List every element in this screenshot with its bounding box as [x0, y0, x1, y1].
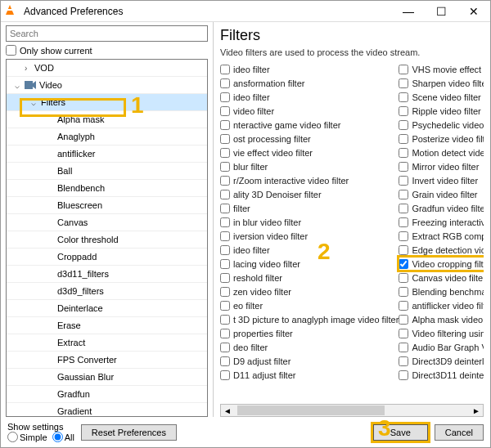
- search-input[interactable]: [6, 25, 208, 42]
- tree-item-filters[interactable]: ⌵Filters: [7, 94, 207, 111]
- filter-checkbox[interactable]: [220, 356, 230, 366]
- filter-checkbox-row[interactable]: Scene video filter: [399, 90, 484, 104]
- maximize-button[interactable]: ☐: [425, 1, 457, 22]
- horizontal-scrollbar[interactable]: ◄ ►: [220, 404, 484, 417]
- cancel-button[interactable]: Cancel: [435, 424, 484, 441]
- tree-item-antiflicker[interactable]: antiflicker: [7, 146, 207, 163]
- filter-checkbox-row[interactable]: ideo filter: [220, 90, 399, 104]
- filter-checkbox-row[interactable]: video filter: [220, 104, 399, 118]
- filter-checkbox[interactable]: [220, 204, 230, 213]
- filter-checkbox[interactable]: [399, 370, 408, 380]
- reset-preferences-button[interactable]: Reset Preferences: [81, 424, 177, 441]
- scroll-thumb[interactable]: [237, 405, 385, 415]
- filter-checkbox-row[interactable]: Video filtering using a chain of video f…: [399, 326, 484, 340]
- filter-checkbox-row[interactable]: Mirror video filter: [399, 159, 484, 173]
- filter-checkbox[interactable]: [220, 162, 230, 172]
- filter-checkbox[interactable]: [220, 259, 230, 269]
- tree-item-d3d11-filters[interactable]: d3d11_filters: [7, 266, 207, 283]
- filter-checkbox-row[interactable]: antiflicker video filter: [399, 298, 484, 312]
- filter-checkbox[interactable]: [220, 78, 230, 88]
- tree-item-d3d9-filters[interactable]: d3d9_filters: [7, 283, 207, 300]
- filter-checkbox[interactable]: [399, 273, 408, 283]
- filter-checkbox[interactable]: [399, 315, 408, 325]
- filter-checkbox[interactable]: [220, 287, 230, 297]
- minimize-button[interactable]: —: [392, 1, 425, 22]
- scroll-left-arrow[interactable]: ◄: [221, 405, 234, 416]
- filter-checkbox-row[interactable]: Canvas video filter: [399, 271, 484, 284]
- filter-checkbox-row[interactable]: iversion video filter: [220, 229, 399, 243]
- filter-checkbox-row[interactable]: D11 adjust filter: [220, 368, 399, 382]
- filter-checkbox-row[interactable]: ideo filter: [220, 62, 399, 76]
- tree-item-deinterlace[interactable]: Deinterlace: [7, 300, 207, 317]
- filter-checkbox[interactable]: [220, 343, 230, 352]
- filter-checkbox[interactable]: [220, 273, 230, 283]
- filter-checkbox[interactable]: [220, 370, 230, 380]
- filter-checkbox-row[interactable]: Freezing interactive video filter: [399, 215, 484, 229]
- filter-checkbox[interactable]: [399, 356, 408, 366]
- filter-checkbox-row[interactable]: VHS movie effect video filter: [399, 62, 484, 76]
- filter-checkbox-row[interactable]: r/Zoom interactive video filter: [220, 173, 399, 187]
- filter-checkbox-row[interactable]: Posterize video filter: [399, 132, 484, 146]
- tree-item-erase[interactable]: Erase: [7, 317, 207, 334]
- close-button[interactable]: ✕: [457, 1, 490, 22]
- tree-item-anaglyph[interactable]: Anaglyph: [7, 128, 207, 146]
- filter-checkbox-row[interactable]: Video cropping filter: [399, 257, 484, 271]
- tree-item-canvas[interactable]: Canvas: [7, 214, 207, 231]
- filter-checkbox-row[interactable]: ost processing filter: [220, 132, 399, 146]
- tree-item-vod[interactable]: ›VOD: [7, 60, 207, 77]
- filter-checkbox-row[interactable]: in blur video filter: [220, 215, 399, 229]
- filter-checkbox[interactable]: [399, 259, 408, 269]
- filter-checkbox-row[interactable]: Audio Bar Graph Video sub source: [399, 340, 484, 354]
- filter-checkbox-row[interactable]: Sharpen video filter: [399, 76, 484, 90]
- filter-checkbox-row[interactable]: Grain video filter: [399, 187, 484, 201]
- filter-checkbox[interactable]: [399, 329, 408, 338]
- filter-checkbox[interactable]: [399, 217, 408, 227]
- filter-checkbox-row[interactable]: Blending benchmark filter: [399, 284, 484, 298]
- filter-checkbox[interactable]: [220, 315, 230, 325]
- filter-checkbox-row[interactable]: ansformation filter: [220, 76, 399, 90]
- radio-all[interactable]: All: [52, 432, 74, 442]
- filter-checkbox-row[interactable]: Direct3D11 deinterlace filter: [399, 368, 484, 382]
- tree-arrow-icon[interactable]: ⌵: [31, 98, 41, 107]
- filter-checkbox[interactable]: [399, 106, 408, 116]
- filter-checkbox[interactable]: [399, 176, 408, 186]
- tree-arrow-icon[interactable]: ⌵: [15, 81, 25, 90]
- filter-checkbox[interactable]: [220, 92, 230, 102]
- only-show-current-checkbox[interactable]: [6, 45, 16, 56]
- tree-item-extract[interactable]: Extract: [7, 334, 207, 352]
- filter-checkbox-row[interactable]: Motion detect video filter: [399, 146, 484, 159]
- radio-simple[interactable]: Simple: [7, 432, 47, 442]
- filter-checkbox-row[interactable]: Extract RGB component video filter: [399, 229, 484, 243]
- save-button[interactable]: Save: [373, 424, 428, 441]
- tree-item-color-threshold[interactable]: Color threshold: [7, 231, 207, 249]
- settings-tree[interactable]: ›VOD⌵Video⌵FiltersAlpha maskAnaglyphanti…: [6, 59, 208, 417]
- filter-checkbox[interactable]: [220, 176, 230, 186]
- filter-checkbox-row[interactable]: reshold filter: [220, 271, 399, 284]
- filter-checkbox[interactable]: [399, 134, 408, 144]
- filter-checkbox-row[interactable]: Direct3D9 deinterlace filter: [399, 354, 484, 368]
- filter-checkbox[interactable]: [399, 343, 408, 352]
- filter-checkbox-row[interactable]: properties filter: [220, 326, 399, 340]
- filter-checkbox-row[interactable]: Psychedelic video filter: [399, 118, 484, 132]
- filter-checkbox-row[interactable]: zen video filter: [220, 284, 399, 298]
- tree-item-ball[interactable]: Ball: [7, 163, 207, 180]
- filter-checkbox-row[interactable]: lacing video filter: [220, 257, 399, 271]
- filter-checkbox[interactable]: [399, 301, 408, 311]
- filter-checkbox[interactable]: [220, 134, 230, 144]
- only-show-current[interactable]: Only show current: [6, 45, 208, 56]
- filter-checkbox[interactable]: [220, 329, 230, 338]
- filter-checkbox[interactable]: [399, 162, 408, 172]
- tree-item-blendbench[interactable]: Blendbench: [7, 180, 207, 197]
- filter-checkbox-row[interactable]: ality 3D Denoiser filter: [220, 187, 399, 201]
- filter-checkbox[interactable]: [399, 92, 408, 102]
- filter-checkbox-row[interactable]: Edge detection video filter: [399, 243, 484, 257]
- filter-checkbox-row[interactable]: eo filter: [220, 298, 399, 312]
- tree-arrow-icon[interactable]: ›: [25, 64, 34, 73]
- filter-checkbox[interactable]: [399, 120, 408, 130]
- tree-item-croppadd[interactable]: Croppadd: [7, 249, 207, 266]
- filter-checkbox-row[interactable]: D9 adjust filter: [220, 354, 399, 368]
- filter-checkbox[interactable]: [220, 301, 230, 311]
- filter-checkbox[interactable]: [220, 190, 230, 199]
- filter-checkbox-row[interactable]: t 3D picture to anaglyph image video fil…: [220, 312, 399, 326]
- filter-checkbox[interactable]: [220, 231, 230, 241]
